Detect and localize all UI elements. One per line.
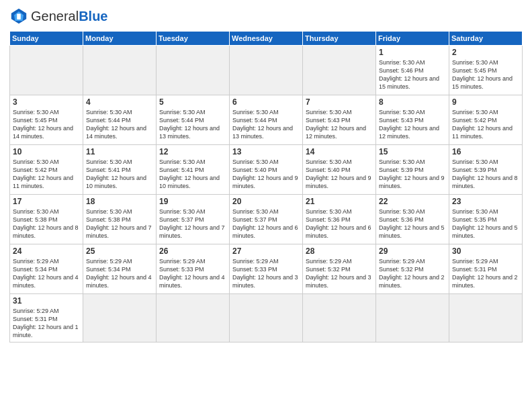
day-number: 3 xyxy=(13,97,80,107)
calendar-cell: 8Sunrise: 5:30 AM Sunset: 5:43 PM Daylig… xyxy=(376,95,449,145)
calendar-col-header-thursday: Thursday xyxy=(303,32,376,46)
day-number: 6 xyxy=(232,97,300,107)
calendar-cell: 30Sunrise: 5:29 AM Sunset: 5:31 PM Dayli… xyxy=(449,244,523,294)
calendar-cell: 3Sunrise: 5:30 AM Sunset: 5:45 PM Daylig… xyxy=(10,95,83,145)
calendar-cell xyxy=(157,46,230,95)
day-info: Sunrise: 5:30 AM Sunset: 5:37 PM Dayligh… xyxy=(159,208,226,240)
day-info: Sunrise: 5:30 AM Sunset: 5:39 PM Dayligh… xyxy=(379,158,446,191)
day-number: 27 xyxy=(232,246,300,256)
calendar-cell xyxy=(303,294,376,342)
day-info: Sunrise: 5:30 AM Sunset: 5:36 PM Dayligh… xyxy=(306,208,373,240)
calendar-cell: 25Sunrise: 5:29 AM Sunset: 5:34 PM Dayli… xyxy=(83,244,157,294)
day-number: 22 xyxy=(379,197,446,206)
calendar-cell xyxy=(230,294,303,342)
day-number: 25 xyxy=(86,246,153,256)
day-number: 29 xyxy=(379,246,446,256)
calendar-cell xyxy=(376,294,449,342)
calendar-cell: 19Sunrise: 5:30 AM Sunset: 5:37 PM Dayli… xyxy=(157,195,230,244)
calendar-col-header-tuesday: Tuesday xyxy=(157,32,230,46)
calendar-cell: 2Sunrise: 5:30 AM Sunset: 5:45 PM Daylig… xyxy=(449,46,523,95)
day-number: 14 xyxy=(306,147,373,156)
day-number: 18 xyxy=(86,197,153,206)
calendar-cell: 5Sunrise: 5:30 AM Sunset: 5:44 PM Daylig… xyxy=(157,95,230,145)
day-info: Sunrise: 5:29 AM Sunset: 5:32 PM Dayligh… xyxy=(379,257,446,290)
day-number: 17 xyxy=(13,197,80,206)
calendar-cell: 11Sunrise: 5:30 AM Sunset: 5:41 PM Dayli… xyxy=(83,145,157,195)
calendar-week-row: 24Sunrise: 5:29 AM Sunset: 5:34 PM Dayli… xyxy=(10,244,523,294)
calendar-cell: 20Sunrise: 5:30 AM Sunset: 5:37 PM Dayli… xyxy=(230,195,303,244)
calendar-cell xyxy=(303,46,376,95)
calendar-week-row: 1Sunrise: 5:30 AM Sunset: 5:46 PM Daylig… xyxy=(10,46,523,95)
calendar-cell xyxy=(10,46,83,95)
day-info: Sunrise: 5:30 AM Sunset: 5:39 PM Dayligh… xyxy=(452,158,519,191)
day-info: Sunrise: 5:29 AM Sunset: 5:33 PM Dayligh… xyxy=(159,257,226,290)
day-number: 24 xyxy=(13,246,80,256)
day-number: 23 xyxy=(452,197,519,206)
calendar-week-row: 3Sunrise: 5:30 AM Sunset: 5:45 PM Daylig… xyxy=(10,95,523,145)
day-info: Sunrise: 5:30 AM Sunset: 5:40 PM Dayligh… xyxy=(232,158,300,191)
calendar-week-row: 10Sunrise: 5:30 AM Sunset: 5:42 PM Dayli… xyxy=(10,145,523,195)
day-info: Sunrise: 5:30 AM Sunset: 5:43 PM Dayligh… xyxy=(306,108,373,141)
day-info: Sunrise: 5:30 AM Sunset: 5:43 PM Dayligh… xyxy=(379,108,446,141)
day-info: Sunrise: 5:30 AM Sunset: 5:44 PM Dayligh… xyxy=(86,108,153,141)
day-info: Sunrise: 5:30 AM Sunset: 5:35 PM Dayligh… xyxy=(452,208,519,240)
calendar-cell: 27Sunrise: 5:29 AM Sunset: 5:33 PM Dayli… xyxy=(230,244,303,294)
day-info: Sunrise: 5:29 AM Sunset: 5:32 PM Dayligh… xyxy=(306,257,373,290)
calendar-col-header-friday: Friday xyxy=(376,32,449,46)
day-info: Sunrise: 5:30 AM Sunset: 5:38 PM Dayligh… xyxy=(86,208,153,240)
header: GeneralBlue xyxy=(9,7,523,26)
calendar-cell: 4Sunrise: 5:30 AM Sunset: 5:44 PM Daylig… xyxy=(83,95,157,145)
calendar-col-header-saturday: Saturday xyxy=(449,32,523,46)
day-number: 28 xyxy=(306,246,373,256)
calendar-cell: 10Sunrise: 5:30 AM Sunset: 5:42 PM Dayli… xyxy=(10,145,83,195)
day-number: 20 xyxy=(232,197,300,206)
day-number: 12 xyxy=(159,147,226,156)
day-number: 4 xyxy=(86,97,153,107)
calendar-cell xyxy=(449,294,523,342)
day-info: Sunrise: 5:30 AM Sunset: 5:45 PM Dayligh… xyxy=(452,58,519,91)
page: GeneralBlue SundayMondayTuesdayWednesday… xyxy=(0,0,532,411)
calendar-cell: 9Sunrise: 5:30 AM Sunset: 5:42 PM Daylig… xyxy=(449,95,523,145)
day-number: 16 xyxy=(452,147,519,156)
calendar-col-header-sunday: Sunday xyxy=(10,32,83,46)
calendar-cell: 7Sunrise: 5:30 AM Sunset: 5:43 PM Daylig… xyxy=(303,95,376,145)
calendar-cell: 17Sunrise: 5:30 AM Sunset: 5:38 PM Dayli… xyxy=(10,195,83,244)
calendar-week-row: 17Sunrise: 5:30 AM Sunset: 5:38 PM Dayli… xyxy=(10,195,523,244)
calendar-cell: 24Sunrise: 5:29 AM Sunset: 5:34 PM Dayli… xyxy=(10,244,83,294)
svg-rect-2 xyxy=(17,14,21,19)
day-number: 7 xyxy=(306,97,373,107)
calendar-cell: 6Sunrise: 5:30 AM Sunset: 5:44 PM Daylig… xyxy=(230,95,303,145)
day-number: 19 xyxy=(159,197,226,206)
day-info: Sunrise: 5:30 AM Sunset: 5:41 PM Dayligh… xyxy=(86,158,153,191)
day-info: Sunrise: 5:30 AM Sunset: 5:40 PM Dayligh… xyxy=(306,158,373,191)
day-info: Sunrise: 5:30 AM Sunset: 5:42 PM Dayligh… xyxy=(452,108,519,141)
calendar-cell xyxy=(230,46,303,95)
day-info: Sunrise: 5:30 AM Sunset: 5:36 PM Dayligh… xyxy=(379,208,446,240)
day-number: 1 xyxy=(379,48,446,57)
day-info: Sunrise: 5:29 AM Sunset: 5:33 PM Dayligh… xyxy=(232,257,300,290)
day-info: Sunrise: 5:29 AM Sunset: 5:34 PM Dayligh… xyxy=(86,257,153,290)
day-info: Sunrise: 5:29 AM Sunset: 5:31 PM Dayligh… xyxy=(452,257,519,290)
calendar-cell xyxy=(83,294,157,342)
calendar-cell: 14Sunrise: 5:30 AM Sunset: 5:40 PM Dayli… xyxy=(303,145,376,195)
day-info: Sunrise: 5:30 AM Sunset: 5:38 PM Dayligh… xyxy=(13,208,80,240)
day-number: 26 xyxy=(159,246,226,256)
day-info: Sunrise: 5:30 AM Sunset: 5:44 PM Dayligh… xyxy=(159,108,226,141)
logo-text: GeneralBlue xyxy=(31,9,108,24)
day-number: 21 xyxy=(306,197,373,206)
day-info: Sunrise: 5:30 AM Sunset: 5:42 PM Dayligh… xyxy=(13,158,80,191)
day-info: Sunrise: 5:29 AM Sunset: 5:34 PM Dayligh… xyxy=(13,257,80,290)
day-number: 10 xyxy=(13,147,80,156)
day-number: 13 xyxy=(232,147,300,156)
day-number: 8 xyxy=(379,97,446,107)
calendar-cell: 13Sunrise: 5:30 AM Sunset: 5:40 PM Dayli… xyxy=(230,145,303,195)
day-number: 9 xyxy=(452,97,519,107)
day-number: 11 xyxy=(86,147,153,156)
calendar-cell xyxy=(83,46,157,95)
calendar-cell: 29Sunrise: 5:29 AM Sunset: 5:32 PM Dayli… xyxy=(376,244,449,294)
calendar-cell xyxy=(157,294,230,342)
day-number: 2 xyxy=(452,48,519,57)
day-info: Sunrise: 5:30 AM Sunset: 5:45 PM Dayligh… xyxy=(13,108,80,141)
day-number: 15 xyxy=(379,147,446,156)
calendar-col-header-wednesday: Wednesday xyxy=(230,32,303,46)
